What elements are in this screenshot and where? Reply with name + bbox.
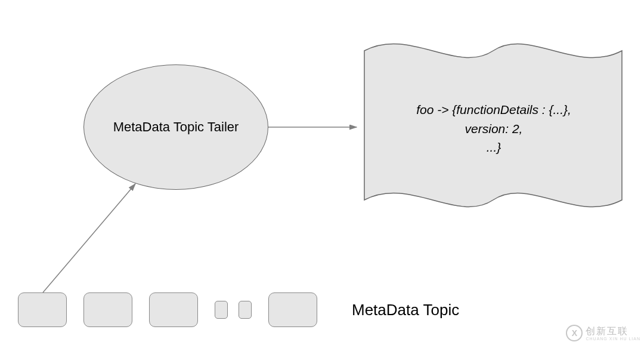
watermark-badge-icon: X (566, 325, 583, 341)
topic-block (149, 292, 198, 327)
node-label-tailer: MetaData Topic Tailer (113, 119, 239, 135)
topic-label: MetaData Topic (352, 301, 459, 319)
watermark-text: 创新互联 (586, 325, 628, 338)
metadata-topic-row: MetaData Topic (18, 292, 459, 327)
topic-block-small (239, 301, 252, 319)
watermark: X 创新互联 CHUANG XIN HU LIAN (566, 325, 640, 341)
arrow-topic-to-tailer (37, 179, 144, 298)
topic-block (83, 292, 132, 327)
arrow-tailer-to-doc (268, 119, 364, 137)
document-content: foo -> {functionDetails : {...}, version… (380, 100, 607, 157)
topic-block-small (215, 301, 228, 319)
watermark-subtext: CHUANG XIN HU LIAN (586, 337, 640, 341)
node-metadata-topic-tailer: MetaData Topic Tailer (83, 64, 268, 190)
topic-block (18, 292, 67, 327)
svg-line-1 (43, 184, 135, 292)
topic-block (268, 292, 317, 327)
doc-line-3: ...} (380, 138, 607, 157)
doc-line-1: foo -> {functionDetails : {...}, (380, 100, 607, 119)
topic-block-ellipsis (215, 301, 252, 319)
doc-line-2: version: 2, (380, 119, 607, 138)
